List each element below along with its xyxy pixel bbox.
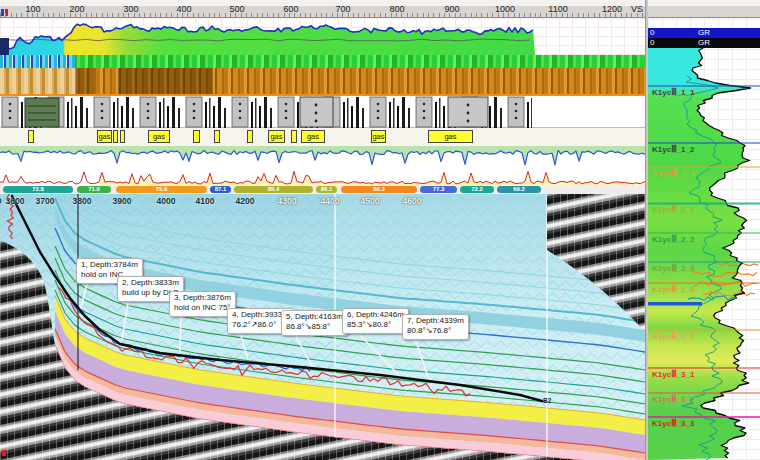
annotation-detail: 86.8°↘85.8° xyxy=(286,322,343,332)
vs-axis-tick: 1200 xyxy=(602,4,622,14)
track-curve-red[interactable] xyxy=(0,168,645,186)
vs-axis-tick: 100 xyxy=(25,4,40,14)
annotation-depth: 2, Depth:3833m xyxy=(122,278,179,288)
vs-axis-tick: 300 xyxy=(123,4,138,14)
seismic-section[interactable]: B2 3500360037003800390040004100420043004… xyxy=(0,194,645,460)
formation-top-label: K1ycⅢ_3_1 xyxy=(652,370,694,379)
inclination-segment: 86.1 xyxy=(316,186,337,193)
annotation-detail: 85.3°↘80.8° xyxy=(347,320,404,330)
ruler-marker-red-icon xyxy=(5,9,8,16)
formation-top-label: K1ycⅢ_3_2 xyxy=(652,395,694,404)
vs-axis-tick: 700 xyxy=(335,4,350,14)
depth-axis-tick: 3900 xyxy=(113,196,132,206)
depth-axis-tick: 4300 xyxy=(278,196,297,206)
annotation-depth: 5, Depth:4163m xyxy=(286,312,343,322)
trajectory-annotation[interactable]: 3, Depth:3876mhold on INC 75° xyxy=(169,291,236,317)
formation-top-label: K1ycⅢ_1_2 xyxy=(652,145,694,154)
annotation-depth: 3, Depth:3876m xyxy=(174,293,231,303)
annotation-depth: 1, Depth:3784m xyxy=(81,260,138,270)
vs-axis-tick: 200 xyxy=(69,4,84,14)
inclination-segment: 72.8 xyxy=(3,186,73,193)
inclination-segment: 77.3 xyxy=(420,186,457,193)
inclination-segment: 87.1 xyxy=(210,186,231,193)
ruler-marker-blue-icon xyxy=(1,9,4,16)
blue-curve xyxy=(0,146,645,168)
vs-axis-tick: 400 xyxy=(176,4,191,14)
formation-top-label: K1ycⅢ_2_1 xyxy=(652,205,694,214)
annotation-detail: hold on INC 75° xyxy=(174,303,231,313)
gr-curve-name: GR xyxy=(648,28,760,38)
track-vdl-strip[interactable] xyxy=(0,55,645,68)
track-gas-zones[interactable]: gasgasgasgasgasgas xyxy=(0,128,645,146)
gas-zone-label: gas xyxy=(97,130,112,143)
inclination-segment: 85.4 xyxy=(234,186,313,193)
gas-zone-mark xyxy=(214,130,220,143)
track-gr-top[interactable] xyxy=(0,18,645,55)
vs-axis-tick: 500 xyxy=(229,4,244,14)
gas-zone-mark xyxy=(113,130,118,143)
gas-zone-mark xyxy=(193,130,200,143)
depth-axis-tick: 3500 xyxy=(0,196,1,206)
panel-divider[interactable] xyxy=(645,0,648,460)
depth-axis-tick: 4100 xyxy=(196,196,215,206)
trajectory-end-label: B2 xyxy=(543,397,551,404)
gr-header-primary[interactable]: 0 GR xyxy=(648,28,760,38)
borehole-image-dark-zone xyxy=(76,68,94,95)
gas-zone-label: gas xyxy=(268,130,285,143)
gas-zone-mark xyxy=(291,130,297,143)
gas-zone-label: gas xyxy=(428,130,473,143)
depth-axis-tick: 4200 xyxy=(236,196,255,206)
formation-top-label: K1ycⅢ_3_3 xyxy=(652,419,694,428)
inclination-segment: 71.0 xyxy=(77,186,111,193)
formation-top-label: K1ycⅢ_2_3 xyxy=(652,264,694,273)
gas-zone-mark xyxy=(28,130,34,143)
gr-curve-name: GR xyxy=(648,38,760,48)
gr-header-secondary[interactable]: 0 GR xyxy=(648,38,760,48)
gas-zone-mark xyxy=(120,130,125,143)
lithology-pattern xyxy=(0,96,645,128)
gas-zone-label: gas xyxy=(371,130,386,143)
formation-top-label: K1ycⅢ_2_5 xyxy=(652,332,694,341)
gas-zone-label: gas xyxy=(148,130,170,143)
depth-axis-tick: 3700 xyxy=(36,196,55,206)
formation-top-label: K1ycⅢ_2_2 xyxy=(652,235,694,244)
track-vdl-strip-left xyxy=(0,55,75,68)
depth-axis-tick: 4400 xyxy=(321,196,340,206)
inclination-segment: 69.2 xyxy=(497,186,541,193)
vs-axis-unit: VS xyxy=(631,4,643,14)
inclination-segment: 72.2 xyxy=(460,186,494,193)
formation-top-label: K1ycⅢ_1_3 xyxy=(652,169,694,178)
vs-axis-tick: 1000 xyxy=(495,4,515,14)
track-borehole-image-left xyxy=(0,68,75,95)
annotation-detail: 80.8°↘76.8° xyxy=(407,326,464,336)
inclination-segment: 75.9 xyxy=(116,186,207,193)
gr-top-curve xyxy=(0,18,645,55)
gas-zone-label: gas xyxy=(301,130,325,143)
track-curve-blue[interactable] xyxy=(0,146,645,168)
track-lithology[interactable] xyxy=(0,96,645,128)
depth-axis-tick: 3800 xyxy=(73,196,92,206)
depth-axis-tick: 4000 xyxy=(157,196,176,206)
vs-axis-tick: 600 xyxy=(283,4,298,14)
track-borehole-image[interactable] xyxy=(0,68,645,95)
depth-axis-tick: 4600 xyxy=(403,196,422,206)
inclination-bar[interactable]: 72.871.075.987.185.486.180.377.372.269.2 xyxy=(0,186,645,194)
formation-top-label: K1ycⅢ_1_1 xyxy=(652,88,694,97)
annotation-depth: 6, Depth:4246m xyxy=(347,310,404,320)
vs-axis-tick: 800 xyxy=(389,4,404,14)
gas-zone-mark xyxy=(247,130,253,143)
trajectory-annotation[interactable]: 7, Depth:4339m80.8°↘76.8° xyxy=(402,314,469,340)
vs-axis-tick: 1100 xyxy=(548,4,567,14)
depth-axis-tick: 3600 xyxy=(6,196,25,206)
inclination-segment: 80.3 xyxy=(341,186,417,193)
red-curve xyxy=(0,168,645,186)
vs-axis-tick: 900 xyxy=(444,4,459,14)
geosteering-app: 100200300400500600700800900100011001200V… xyxy=(0,0,760,460)
borehole-image-dark-zone xyxy=(118,68,213,95)
gr-panel[interactable]: 0 GR 0 GR K1ycⅢ_1_1K1ycⅢ_1_2K1ycⅢ_1_3K1y… xyxy=(648,0,760,460)
trajectory-annotation[interactable]: 5, Depth:4163m86.8°↘85.8° xyxy=(281,310,348,336)
formation-top-label: K1ycⅢ_2_4 xyxy=(652,285,694,294)
trajectory-annotation[interactable]: 6, Depth:4246m85.3°↘80.8° xyxy=(342,308,409,334)
annotation-depth: 7, Depth:4339m xyxy=(407,316,464,326)
depth-axis-tick: 4500 xyxy=(361,196,380,206)
